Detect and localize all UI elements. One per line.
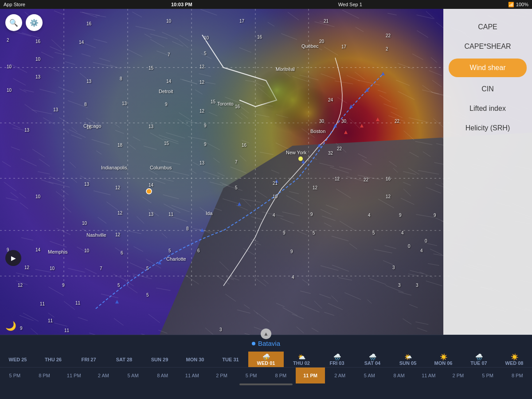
settings-icon: ⚙️	[30, 19, 39, 27]
day-name: THU 02	[293, 360, 310, 366]
panel-item-lifted-index[interactable]: Lifted index	[443, 99, 532, 118]
status-bar-left: App Store	[4, 2, 25, 7]
day-name: WED 01	[257, 360, 275, 366]
right-panel: CAPECAPE*SHEARWind shearCINLifted indexH…	[443, 9, 532, 335]
day-name: WED 25	[9, 357, 27, 362]
chevron-up[interactable]: ▲	[261, 329, 271, 339]
time-cell[interactable]: 8 PM	[502, 373, 532, 378]
time-cell[interactable]: 5 PM	[473, 373, 503, 378]
moon-icon: 🌙	[5, 321, 16, 331]
app-store-label: App Store	[4, 2, 25, 7]
day-cell-FRI03[interactable]: 🌧️FRI 03	[319, 352, 355, 367]
time-cell[interactable]: 2 PM	[207, 373, 237, 378]
battery-label: 100%	[516, 2, 528, 7]
day-cell-SAT28[interactable]: SAT 28	[106, 352, 142, 367]
time-cell[interactable]: 11 PM	[296, 368, 325, 383]
search-button[interactable]: 🔍	[5, 14, 22, 31]
scroll-indicator	[0, 383, 532, 385]
day-cell-THU02[interactable]: ⛅THU 02	[284, 352, 319, 367]
day-icon: ⛅	[298, 353, 305, 360]
day-name: SAT 28	[116, 357, 132, 362]
day-cell-THU26[interactable]: THU 26	[35, 352, 71, 367]
day-cell-TUE07[interactable]: 🌧️TUE 07	[461, 352, 497, 367]
day-cell-WED25[interactable]: WED 25	[0, 352, 35, 367]
day-name: FRI 03	[329, 360, 344, 366]
panel-item-cape-shear[interactable]: CAPE*SHEAR	[443, 37, 532, 56]
status-bar-right: 📶 100%	[508, 2, 528, 8]
day-cell-WED08[interactable]: ☀️WED 08	[497, 352, 532, 367]
day-name: THU 26	[45, 357, 62, 362]
location-dot	[252, 342, 255, 345]
day-name: FRI 27	[81, 357, 96, 362]
day-icon: 🌧️	[369, 353, 376, 360]
day-cell-MON30[interactable]: MON 30	[177, 352, 213, 367]
day-cell-TUE31[interactable]: TUE 31	[213, 352, 248, 367]
day-name: SAT 04	[364, 360, 380, 366]
panel-item-cin[interactable]: CIN	[443, 80, 532, 98]
day-icon: 🌧️	[333, 353, 341, 360]
day-cell-SUN29[interactable]: SUN 29	[142, 352, 177, 367]
day-name: TUE 07	[470, 360, 487, 366]
time-cell[interactable]: 8 AM	[148, 373, 177, 378]
time-cell[interactable]: 8 PM	[30, 373, 59, 378]
day-cell-WED01[interactable]: ⛈️WED 01	[248, 352, 284, 367]
day-icon: 🌧️	[475, 353, 483, 360]
day-icon: 🌤️	[404, 353, 412, 360]
time-cell[interactable]: 5 AM	[118, 373, 148, 378]
day-icon: ⛈️	[262, 353, 270, 360]
time-cell[interactable]: 2 AM	[325, 373, 355, 378]
panel-item-cape[interactable]: CAPE	[443, 18, 532, 36]
day-name: MON 30	[186, 357, 204, 362]
play-icon: ▶	[11, 254, 16, 262]
bottom-bar: Batavia WED 25THU 26FRI 27SAT 28SUN 29MO…	[0, 335, 532, 399]
search-icon: 🔍	[9, 19, 18, 27]
day-cell-FRI27[interactable]: FRI 27	[71, 352, 106, 367]
day-icon: ☀️	[511, 353, 518, 360]
day-name: SUN 29	[151, 357, 168, 362]
day-cell-MON06[interactable]: ☀️MON 06	[426, 352, 461, 367]
day-name: WED 08	[505, 360, 524, 366]
time-cell[interactable]: 5 PM	[0, 373, 30, 378]
day-headers: WED 25THU 26FRI 27SAT 28SUN 29MON 30TUE …	[0, 352, 532, 368]
scroll-pill	[239, 383, 293, 385]
day-cell-SAT04[interactable]: 🌧️SAT 04	[355, 352, 390, 367]
time-cell[interactable]: 2 PM	[443, 373, 473, 378]
time-cell[interactable]: 11 AM	[414, 373, 443, 378]
panel-item-wind-shear[interactable]: Wind shear	[449, 59, 527, 77]
time-row: 5 PM8 PM11 PM2 AM5 AM8 AM11 AM2 PM5 PM8 …	[0, 368, 532, 383]
time-cell[interactable]: 8 AM	[384, 373, 414, 378]
status-bar: App Store 10:03 PM Wed Sep 1 📶 100%	[0, 0, 532, 9]
location-name: Batavia	[258, 340, 280, 347]
settings-button[interactable]: ⚙️	[26, 14, 43, 31]
time-cell[interactable]: 2 AM	[89, 373, 118, 378]
day-icon: ☀️	[440, 353, 447, 360]
panel-item-helicity[interactable]: Helicity (SRH)	[443, 119, 532, 137]
wifi-icon: 📶	[508, 2, 514, 8]
time-cell[interactable]: 5 PM	[236, 373, 266, 378]
day-name: SUN 05	[399, 360, 417, 366]
day-cell-SUN05[interactable]: 🌤️SUN 05	[390, 352, 426, 367]
day-name: TUE 31	[222, 357, 239, 362]
time-cell[interactable]: 11 AM	[177, 373, 207, 378]
chevron-up-icon: ▲	[263, 331, 269, 337]
status-time: 10:03 PM	[171, 2, 192, 7]
status-date: Wed Sep 1	[338, 2, 362, 7]
time-cell[interactable]: 8 PM	[266, 373, 296, 378]
day-name: MON 06	[434, 360, 453, 366]
panel-items: CAPECAPE*SHEARWind shearCINLifted indexH…	[443, 14, 532, 137]
map-controls: 🔍 ⚙️	[5, 14, 43, 31]
time-cell[interactable]: 11 PM	[59, 373, 89, 378]
play-button[interactable]: ▶	[5, 250, 21, 266]
time-cell[interactable]: 5 AM	[355, 373, 384, 378]
